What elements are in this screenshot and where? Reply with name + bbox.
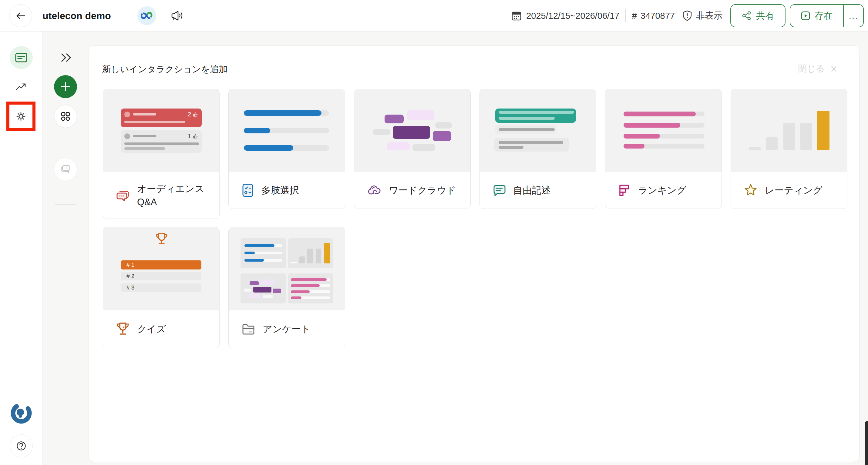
poll-card-icon: [14, 52, 28, 64]
webex-integration-badge[interactable]: [137, 6, 156, 25]
card-label: ランキング: [638, 184, 686, 197]
survey-thumbnail: [229, 227, 345, 310]
star-icon: [744, 184, 757, 197]
webex-logo-icon: [141, 11, 153, 20]
present-button[interactable]: 存在: [790, 5, 843, 27]
templates-button[interactable]: [54, 105, 77, 128]
open-text-thumbnail: [480, 89, 596, 172]
header-divider: [625, 9, 626, 22]
back-button[interactable]: [9, 4, 32, 27]
slido-logo: [10, 402, 33, 425]
word-cloud-icon: [367, 184, 381, 196]
card-label: ワードクラウド: [389, 184, 456, 197]
multiple-choice-thumbnail: [229, 89, 345, 172]
question-mark-icon: [16, 440, 27, 452]
hash-icon: #: [632, 11, 637, 21]
grid-icon: [60, 111, 71, 122]
back-arrow-icon: [16, 11, 26, 20]
quiz-rank-1: # 1: [121, 260, 202, 269]
plus-icon: [60, 81, 71, 92]
announce-button[interactable]: [168, 8, 186, 24]
event-title: utelecon demo: [42, 0, 111, 32]
header-right-group: 2025/12/15~2026/06/17 # 3470877 非表示 共有: [511, 0, 864, 32]
event-code: 3470877: [641, 11, 675, 21]
calendar-icon: [511, 10, 522, 21]
top-header: utelecon demo: [0, 0, 868, 32]
ellipsis-icon: ...: [848, 11, 858, 21]
trending-up-icon: [15, 82, 27, 92]
close-label: 閉じる: [798, 63, 825, 75]
rating-thumbnail: [731, 89, 847, 172]
thumbs-up-icon: [193, 134, 198, 139]
gear-icon: [15, 110, 27, 123]
trophy-small-icon: [155, 232, 168, 247]
nav-settings[interactable]: [9, 105, 32, 128]
card-label: 自由記述: [513, 184, 551, 197]
share-button-label: 共有: [756, 10, 774, 22]
quiz-thumbnail: # 1 # 2 # 3: [103, 227, 219, 310]
word-cloud-thumbnail: [354, 89, 470, 172]
collapse-sidebar-button[interactable]: [59, 51, 73, 64]
chat-bubbles-icon: [59, 164, 71, 175]
more-options-button[interactable]: ...: [843, 5, 863, 27]
event-date-range: 2025/12/15~2026/06/17: [526, 11, 619, 21]
quiz-rank-2: # 2: [121, 272, 202, 280]
card-label: クイズ: [137, 323, 166, 336]
annotation-highlight-box: [6, 102, 35, 131]
card-quiz[interactable]: # 1 # 2 # 3 クイズ: [103, 227, 220, 348]
card-label: 多肢選択: [261, 184, 299, 197]
card-multiple-choice[interactable]: 多肢選択: [228, 89, 345, 209]
card-word-cloud[interactable]: ワードクラウド: [354, 89, 471, 209]
double-chevron-right-icon: [59, 52, 73, 63]
qa-question-secondary: 1: [121, 130, 202, 153]
left-navigation-rail: [0, 32, 42, 465]
trophy-icon: [116, 322, 130, 336]
card-open-text[interactable]: 自由記述: [479, 89, 596, 209]
toolbar-divider: [55, 151, 76, 151]
nav-interactions-active[interactable]: [10, 46, 33, 69]
visibility-status: 非表示: [696, 10, 722, 22]
vertical-scrollbar-thumb[interactable]: [865, 421, 868, 465]
share-icon: [742, 11, 752, 21]
card-ranking[interactable]: ランキング: [605, 89, 722, 209]
add-interaction-button[interactable]: [54, 75, 77, 98]
card-rating[interactable]: レーティング: [731, 89, 847, 209]
present-button-label: 存在: [815, 10, 833, 22]
card-label: レーティング: [765, 184, 823, 197]
interaction-cards-grid: 2 1: [103, 89, 849, 348]
megaphone-icon: [170, 10, 184, 22]
slido-logo-icon: [10, 402, 33, 425]
help-button[interactable]: [10, 434, 33, 457]
multiple-choice-icon: [241, 184, 254, 197]
close-icon: ×: [830, 65, 837, 73]
qa-icon: [116, 189, 130, 202]
ranking-icon: [618, 184, 631, 197]
qa-question-highlighted: 2: [121, 108, 202, 127]
close-panel-button[interactable]: 閉じる ×: [798, 63, 837, 75]
present-icon: [801, 11, 810, 21]
ranking-thumbnail: [606, 89, 721, 172]
open-text-icon: [493, 184, 506, 197]
add-interaction-panel: 新しいインタラクションを追加 閉じる × 2 1: [89, 45, 860, 462]
panel-title: 新しいインタラクションを追加: [102, 63, 227, 75]
card-label: オーディエンス Q&A: [137, 182, 204, 209]
card-audience-qa[interactable]: 2 1: [103, 89, 220, 219]
thumbs-up-icon: [193, 112, 198, 117]
share-button[interactable]: 共有: [730, 4, 785, 27]
toolbar-divider-2: [55, 204, 76, 205]
shield-alert-icon: [682, 10, 692, 21]
folder-icon: [241, 323, 255, 335]
card-survey[interactable]: アンケート: [228, 227, 345, 348]
card-label: アンケート: [262, 323, 311, 336]
nav-analytics[interactable]: [10, 75, 33, 99]
quiz-rank-3: # 3: [121, 284, 202, 292]
chat-button-disabled[interactable]: [54, 158, 77, 181]
present-split-button: 存在 ...: [790, 4, 864, 27]
qa-thumbnail: 2 1: [103, 89, 219, 172]
